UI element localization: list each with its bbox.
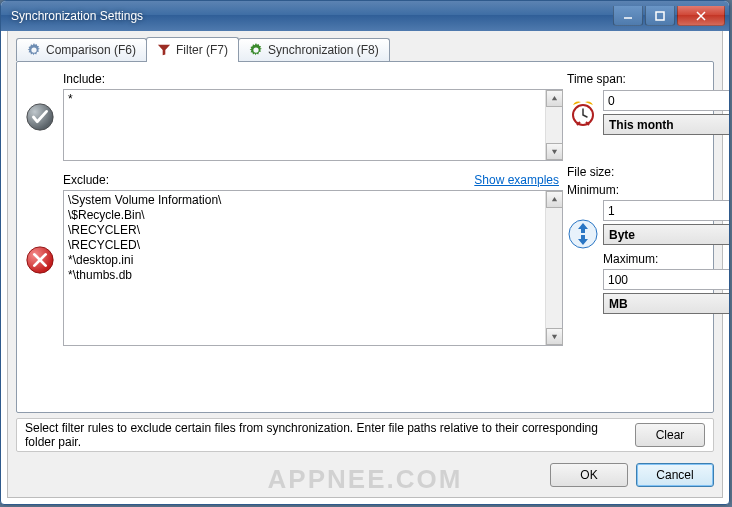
scroll-down-button[interactable] [546, 143, 563, 160]
maximum-label: Maximum: [603, 252, 730, 266]
minimum-label: Minimum: [567, 183, 703, 197]
clear-button[interactable]: Clear [635, 423, 705, 447]
minimum-unit-dropdown[interactable]: Byte [603, 224, 730, 245]
exclude-label: Exclude: [63, 173, 109, 187]
window-title: Synchronization Settings [11, 9, 613, 23]
gear-icon [249, 43, 263, 57]
timespan-group: Time span: [567, 72, 703, 135]
scrollbar[interactable] [545, 191, 562, 345]
exclude-textbox[interactable] [63, 190, 563, 346]
scroll-down-button[interactable] [546, 328, 563, 345]
checkmark-circle-icon [25, 102, 55, 132]
include-group: Include: [25, 72, 563, 161]
include-textarea[interactable] [64, 90, 545, 160]
gear-icon [27, 43, 41, 57]
window-buttons [613, 6, 725, 26]
x-circle-icon [25, 245, 55, 275]
dialog-buttons: OK Cancel [550, 463, 714, 487]
timespan-label: Time span: [567, 72, 703, 86]
include-label: Include: [63, 72, 105, 86]
tab-comparison[interactable]: Comparison (F6) [16, 38, 147, 61]
filter-icon [157, 43, 171, 57]
tab-label: Synchronization (F8) [268, 43, 379, 57]
maximum-unit-dropdown[interactable]: MB [603, 293, 730, 314]
minimum-value-input[interactable] [603, 200, 730, 221]
client-area: Comparison (F6) Filter (F7) Synchronizat… [7, 31, 723, 498]
tab-page-filter: Include: [16, 61, 714, 413]
include-textbox[interactable] [63, 89, 563, 161]
alarm-clock-icon [567, 97, 599, 129]
tab-label: Comparison (F6) [46, 43, 136, 57]
svg-rect-0 [656, 12, 664, 20]
close-button[interactable] [677, 6, 725, 26]
maximize-button[interactable] [645, 6, 675, 26]
scroll-up-button[interactable] [546, 90, 563, 107]
tab-synchronization[interactable]: Synchronization (F8) [238, 38, 390, 61]
scrollbar[interactable] [545, 90, 562, 160]
hint-panel: Select filter rules to exclude certain f… [16, 418, 714, 452]
dialog-window: Synchronization Settings Comparison (F6)… [0, 0, 730, 505]
ok-button[interactable]: OK [550, 463, 628, 487]
tabstrip: Comparison (F6) Filter (F7) Synchronizat… [16, 38, 389, 63]
exclude-group: Exclude: Show examples [25, 173, 563, 346]
tab-label: Filter (F7) [176, 43, 228, 57]
cancel-button[interactable]: Cancel [636, 463, 714, 487]
timespan-value-input[interactable] [603, 90, 730, 111]
exclude-textarea[interactable] [64, 191, 545, 345]
up-down-arrows-icon [567, 218, 599, 250]
hint-text: Select filter rules to exclude certain f… [25, 421, 635, 449]
tab-filter[interactable]: Filter (F7) [146, 37, 239, 62]
maximum-value-input[interactable] [603, 269, 730, 290]
filesize-group: File size: Minimum: [567, 165, 703, 314]
timespan-unit-dropdown[interactable]: This month [603, 114, 730, 135]
filesize-label: File size: [567, 165, 703, 179]
scroll-up-button[interactable] [546, 191, 563, 208]
show-examples-link[interactable]: Show examples [474, 173, 559, 187]
minimize-button[interactable] [613, 6, 643, 26]
titlebar[interactable]: Synchronization Settings [1, 1, 729, 31]
